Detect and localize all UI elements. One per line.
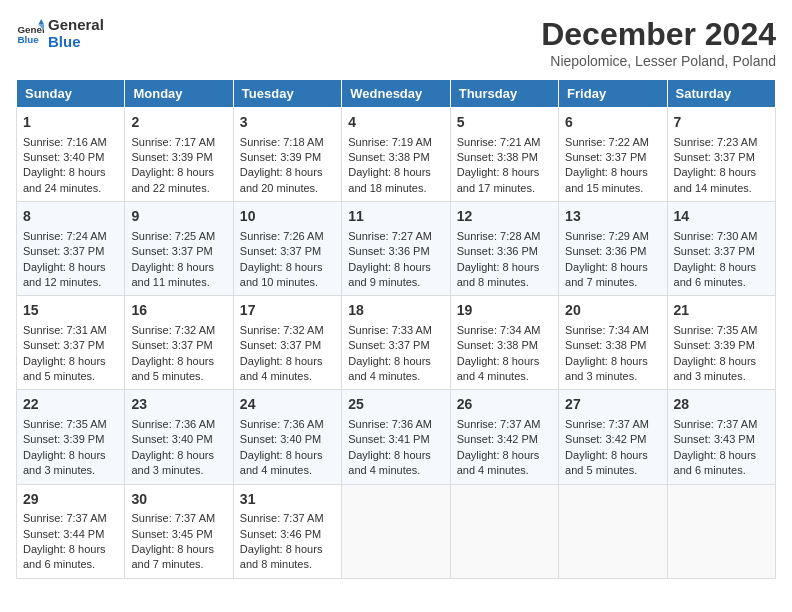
cell-line: Daylight: 8 hours [23, 448, 118, 463]
cell-line: and 7 minutes. [131, 557, 226, 572]
cell-line: Sunrise: 7:37 AM [131, 511, 226, 526]
svg-text:Blue: Blue [17, 34, 39, 45]
cell-line: Daylight: 8 hours [23, 260, 118, 275]
cal-cell: 26Sunrise: 7:37 AMSunset: 3:42 PMDayligh… [450, 390, 558, 484]
cell-line: Sunrise: 7:30 AM [674, 229, 769, 244]
header-tuesday: Tuesday [233, 80, 341, 108]
cell-line: Sunset: 3:38 PM [565, 338, 660, 353]
day-number: 4 [348, 113, 443, 133]
cell-line: and 4 minutes. [457, 463, 552, 478]
day-number: 26 [457, 395, 552, 415]
cell-line: Daylight: 8 hours [131, 354, 226, 369]
cell-line: and 17 minutes. [457, 181, 552, 196]
day-number: 3 [240, 113, 335, 133]
cell-line: Sunset: 3:40 PM [23, 150, 118, 165]
header-saturday: Saturday [667, 80, 775, 108]
cell-line: and 8 minutes. [240, 557, 335, 572]
cell-line: and 3 minutes. [131, 463, 226, 478]
day-number: 27 [565, 395, 660, 415]
cell-line: and 4 minutes. [457, 369, 552, 384]
cell-line: and 11 minutes. [131, 275, 226, 290]
cell-line: Sunrise: 7:37 AM [674, 417, 769, 432]
cell-line: Daylight: 8 hours [131, 165, 226, 180]
cal-cell: 5Sunrise: 7:21 AMSunset: 3:38 PMDaylight… [450, 108, 558, 202]
cell-line: Sunrise: 7:29 AM [565, 229, 660, 244]
cell-line: Sunset: 3:39 PM [240, 150, 335, 165]
cell-line: Daylight: 8 hours [565, 260, 660, 275]
cell-line: Daylight: 8 hours [348, 448, 443, 463]
cal-cell: 18Sunrise: 7:33 AMSunset: 3:37 PMDayligh… [342, 296, 450, 390]
cell-line: Sunrise: 7:21 AM [457, 135, 552, 150]
cal-cell: 15Sunrise: 7:31 AMSunset: 3:37 PMDayligh… [17, 296, 125, 390]
cell-line: Sunset: 3:40 PM [131, 432, 226, 447]
cell-line: Sunrise: 7:37 AM [23, 511, 118, 526]
cell-line: and 5 minutes. [23, 369, 118, 384]
day-number: 18 [348, 301, 443, 321]
cal-cell: 27Sunrise: 7:37 AMSunset: 3:42 PMDayligh… [559, 390, 667, 484]
cell-line: and 4 minutes. [348, 463, 443, 478]
cal-cell: 3Sunrise: 7:18 AMSunset: 3:39 PMDaylight… [233, 108, 341, 202]
cell-line: Daylight: 8 hours [457, 448, 552, 463]
cell-line: Daylight: 8 hours [240, 354, 335, 369]
cell-line: and 20 minutes. [240, 181, 335, 196]
cell-line: and 3 minutes. [674, 369, 769, 384]
cell-line: Daylight: 8 hours [565, 354, 660, 369]
cell-line: and 18 minutes. [348, 181, 443, 196]
cell-line: Daylight: 8 hours [457, 260, 552, 275]
cell-line: Daylight: 8 hours [240, 260, 335, 275]
cell-line: Sunset: 3:37 PM [565, 150, 660, 165]
day-number: 6 [565, 113, 660, 133]
cell-line: Daylight: 8 hours [23, 354, 118, 369]
day-number: 15 [23, 301, 118, 321]
cell-line: and 15 minutes. [565, 181, 660, 196]
week-row-4: 22Sunrise: 7:35 AMSunset: 3:39 PMDayligh… [17, 390, 776, 484]
cell-line: Sunrise: 7:27 AM [348, 229, 443, 244]
calendar-subtitle: Niepolomice, Lesser Poland, Poland [541, 53, 776, 69]
cell-line: Sunrise: 7:34 AM [565, 323, 660, 338]
cal-cell: 13Sunrise: 7:29 AMSunset: 3:36 PMDayligh… [559, 202, 667, 296]
svg-marker-2 [38, 19, 44, 25]
cal-cell: 11Sunrise: 7:27 AMSunset: 3:36 PMDayligh… [342, 202, 450, 296]
cal-cell: 19Sunrise: 7:34 AMSunset: 3:38 PMDayligh… [450, 296, 558, 390]
cell-line: Daylight: 8 hours [131, 448, 226, 463]
cell-line: Sunset: 3:43 PM [674, 432, 769, 447]
cell-line: Sunrise: 7:34 AM [457, 323, 552, 338]
cell-line: Sunrise: 7:19 AM [348, 135, 443, 150]
cell-line: Sunset: 3:39 PM [23, 432, 118, 447]
cell-line: Sunset: 3:38 PM [457, 150, 552, 165]
title-area: December 2024 Niepolomice, Lesser Poland… [541, 16, 776, 69]
header-friday: Friday [559, 80, 667, 108]
day-number: 17 [240, 301, 335, 321]
cell-line: Sunrise: 7:32 AM [240, 323, 335, 338]
cell-line: Sunset: 3:37 PM [240, 244, 335, 259]
cell-line: Sunset: 3:37 PM [23, 338, 118, 353]
page-header: General Blue General Blue December 2024 … [16, 16, 776, 69]
header-sunday: Sunday [17, 80, 125, 108]
cell-line: and 3 minutes. [23, 463, 118, 478]
cell-line: Daylight: 8 hours [240, 542, 335, 557]
cell-line: Daylight: 8 hours [240, 448, 335, 463]
day-number: 2 [131, 113, 226, 133]
cell-line: and 10 minutes. [240, 275, 335, 290]
cell-line: Sunset: 3:38 PM [348, 150, 443, 165]
day-number: 1 [23, 113, 118, 133]
cell-line: and 4 minutes. [348, 369, 443, 384]
cal-cell: 24Sunrise: 7:36 AMSunset: 3:40 PMDayligh… [233, 390, 341, 484]
day-number: 20 [565, 301, 660, 321]
cell-line: Sunrise: 7:25 AM [131, 229, 226, 244]
cal-cell: 12Sunrise: 7:28 AMSunset: 3:36 PMDayligh… [450, 202, 558, 296]
cell-line: Sunset: 3:37 PM [23, 244, 118, 259]
cell-line: Daylight: 8 hours [23, 542, 118, 557]
cell-line: Sunrise: 7:23 AM [674, 135, 769, 150]
cell-line: Sunrise: 7:32 AM [131, 323, 226, 338]
cal-cell: 28Sunrise: 7:37 AMSunset: 3:43 PMDayligh… [667, 390, 775, 484]
cell-line: Daylight: 8 hours [674, 354, 769, 369]
cal-cell [667, 484, 775, 578]
cell-line: Sunrise: 7:36 AM [240, 417, 335, 432]
day-number: 25 [348, 395, 443, 415]
cal-cell: 9Sunrise: 7:25 AMSunset: 3:37 PMDaylight… [125, 202, 233, 296]
day-number: 14 [674, 207, 769, 227]
cal-cell: 4Sunrise: 7:19 AMSunset: 3:38 PMDaylight… [342, 108, 450, 202]
cell-line: Sunrise: 7:35 AM [674, 323, 769, 338]
cell-line: Daylight: 8 hours [131, 542, 226, 557]
